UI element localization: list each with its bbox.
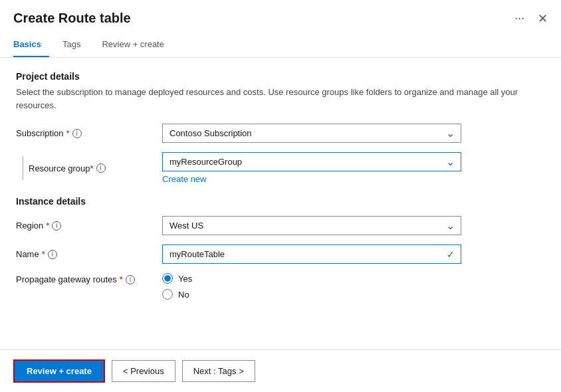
review-create-button[interactable]: Review + create: [13, 359, 105, 383]
subscription-select[interactable]: Contoso Subscription: [162, 124, 461, 143]
region-label: Region * i: [16, 221, 162, 231]
name-label: Name * i: [16, 249, 162, 259]
propagate-no-radio[interactable]: [162, 289, 173, 300]
propagate-required: *: [120, 274, 123, 284]
project-details-desc: Select the subscription to manage deploy…: [16, 86, 545, 112]
subscription-control: Contoso Subscription: [162, 124, 461, 143]
subscription-row: Subscription * i Contoso Subscription: [16, 124, 545, 143]
region-info-icon[interactable]: i: [52, 221, 61, 231]
subscription-label: Subscription * i: [16, 128, 162, 138]
name-row: Name * i ✓: [16, 245, 545, 264]
propagate-info-icon[interactable]: i: [126, 275, 135, 284]
resource-group-row: Resource group * i myResourceGroup Creat…: [16, 152, 545, 184]
propagate-no-option[interactable]: No: [162, 289, 461, 300]
name-control: ✓: [162, 245, 461, 264]
tab-basics[interactable]: Basics: [13, 34, 49, 57]
name-info-icon[interactable]: i: [48, 250, 57, 259]
dialog-title: Create Route table: [13, 11, 508, 26]
propagate-yes-label: Yes: [178, 274, 192, 284]
name-input[interactable]: [162, 245, 461, 264]
tab-bar: Basics Tags Review + create: [0, 34, 561, 58]
next-tags-button[interactable]: Next : Tags >: [182, 360, 255, 382]
propagate-label: Propagate gateway routes * i: [16, 273, 162, 284]
region-row: Region * i West US: [16, 216, 545, 235]
project-details-title: Project details: [16, 71, 545, 82]
instance-details-title: Instance details: [16, 196, 545, 207]
resource-group-label-area: Resource group * i: [16, 152, 162, 180]
main-content: Project details Select the subscription …: [0, 58, 561, 349]
dialog-footer: Review + create < Previous Next : Tags >: [0, 349, 561, 392]
name-checkmark-icon: ✓: [447, 249, 455, 260]
tab-review-create[interactable]: Review + create: [102, 34, 172, 57]
subscription-select-wrapper: Contoso Subscription: [162, 124, 461, 143]
propagate-yes-radio[interactable]: [162, 273, 173, 284]
previous-button[interactable]: < Previous: [112, 360, 175, 382]
resource-group-required: *: [90, 163, 94, 173]
region-select[interactable]: West US: [162, 216, 461, 235]
resource-group-select[interactable]: myResourceGroup: [162, 152, 461, 171]
propagate-row: Propagate gateway routes * i Yes No: [16, 273, 545, 300]
propagate-yes-option[interactable]: Yes: [162, 273, 461, 284]
name-required: *: [42, 249, 45, 259]
subscription-info-icon[interactable]: i: [72, 129, 82, 138]
resource-group-select-wrapper: myResourceGroup: [162, 152, 461, 171]
tab-tags[interactable]: Tags: [62, 34, 88, 57]
name-input-wrapper: ✓: [162, 245, 461, 264]
propagate-no-label: No: [178, 290, 189, 300]
instance-details-section: Instance details: [16, 196, 545, 207]
create-route-table-dialog: Create Route table ··· ✕ Basics Tags Rev…: [0, 0, 561, 392]
menu-icon[interactable]: ···: [514, 11, 524, 25]
region-control: West US: [162, 216, 461, 235]
region-required: *: [46, 221, 49, 231]
dialog-header: Create Route table ··· ✕: [0, 0, 561, 31]
create-new-link[interactable]: Create new: [162, 174, 461, 184]
close-icon[interactable]: ✕: [538, 11, 548, 26]
subscription-required: *: [66, 128, 70, 138]
resource-group-info-icon[interactable]: i: [96, 163, 106, 173]
region-select-wrapper: West US: [162, 216, 461, 235]
project-details-section: Project details Select the subscription …: [16, 71, 545, 112]
propagate-control: Yes No: [162, 273, 461, 300]
resource-group-control: myResourceGroup Create new: [162, 152, 461, 184]
